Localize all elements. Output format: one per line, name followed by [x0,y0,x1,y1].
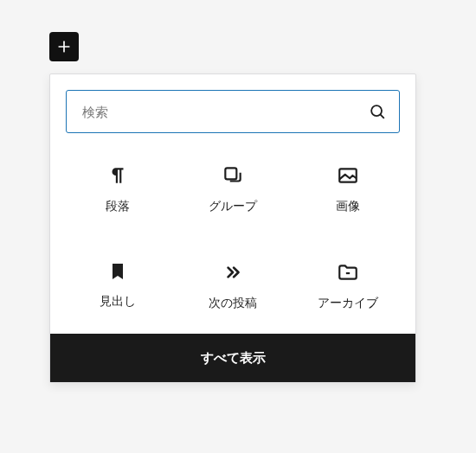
folder-icon [337,261,359,284]
block-label: アーカイブ [318,296,378,311]
svg-line-3 [381,115,384,118]
block-archive[interactable]: アーカイブ [290,252,405,325]
block-label: 次の投稿 [209,296,257,311]
plus-icon [55,38,73,55]
search-field[interactable] [66,90,400,133]
block-inserter-panel: 段落 グループ 画像 [49,73,416,383]
search-input[interactable] [80,104,368,120]
image-icon [337,164,359,187]
show-all-button[interactable]: すべて表示 [50,334,415,382]
block-image[interactable]: 画像 [290,156,405,228]
paragraph-icon [106,164,129,187]
block-label: グループ [209,199,257,214]
block-next-post[interactable]: 次の投稿 [176,252,291,325]
add-block-button[interactable] [49,32,79,61]
block-label: 見出し [100,294,136,309]
show-all-label: すべて表示 [201,350,266,367]
block-paragraph[interactable]: 段落 [61,156,176,228]
block-heading[interactable]: 見出し [61,252,176,325]
block-group[interactable]: グループ [176,156,291,228]
search-wrap [50,74,415,140]
bookmark-icon [107,261,128,282]
block-grid: 段落 グループ 画像 [50,140,415,334]
block-label: 段落 [106,199,130,214]
chevrons-right-icon [222,261,244,284]
search-icon [368,102,387,121]
svg-rect-4 [225,168,236,179]
block-label: 画像 [336,199,360,214]
group-icon [222,164,244,187]
